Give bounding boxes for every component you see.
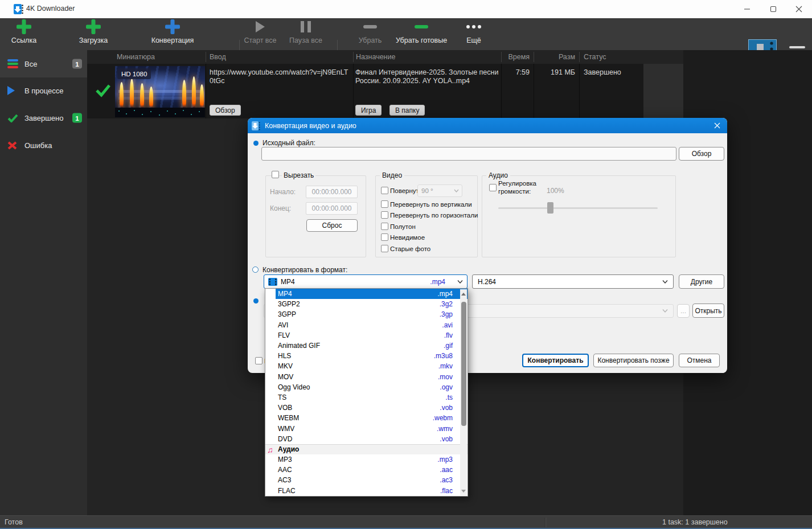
cut-reset-button[interactable]: Сброс [306,219,358,232]
add-link-button[interactable]: Ссылка [8,18,40,50]
column-header-time[interactable]: Время [484,50,530,64]
close-icon [714,122,720,129]
format-radio[interactable] [252,266,259,273]
cut-end-input[interactable]: 00:00:00.000 [306,202,358,215]
column-header-thumbnail[interactable]: Миниатюра [117,50,155,64]
row-play-button[interactable]: Игра [355,105,382,116]
column-header-input[interactable]: Ввод [210,50,226,64]
app-window: 4K Downloader Ссылка Загрузка [0,0,812,529]
open-button[interactable]: Открыть [692,304,724,318]
cut-label: Вырезать [282,171,315,179]
remove-done-button[interactable]: Убрать готовые [394,18,449,50]
codec-combo[interactable]: H.264 [472,274,674,289]
scroll-down-icon[interactable] [460,486,467,495]
convert-button[interactable]: Конвертировать [522,354,589,367]
scrollbar-thumb[interactable] [461,302,466,426]
cut-start-label: Начало: [270,188,296,196]
invisible-checkbox[interactable] [381,233,388,241]
old-photo-label: Старые фото [390,245,430,252]
format-option[interactable]: FLAC.flac [265,486,467,496]
format-option[interactable]: Ogg Video.ogv [265,382,467,392]
rotate-angle-combo[interactable]: 90 ° [417,184,462,197]
row-browse-button[interactable]: Обзор [210,105,241,116]
halftone-checkbox[interactable] [381,223,388,230]
output-bullet [253,298,259,304]
cancel-button[interactable]: Отмена [679,354,720,367]
format-option[interactable]: Animated GIF.gif [265,341,467,351]
close-icon [795,6,802,13]
output-more-button[interactable]: ... [677,304,690,318]
rotate-checkbox[interactable] [381,187,388,194]
dialog-bottom-checkbox[interactable] [255,357,263,364]
volume-checkbox[interactable] [489,184,497,191]
row-destination: Финал Интервидение-2025. Золотые песни Р… [355,68,499,85]
sidebar-item-error[interactable]: Ошибка [0,132,87,159]
scroll-up-icon[interactable] [460,289,467,298]
column-header-size[interactable]: Разм [530,50,575,64]
format-option[interactable]: FLV.flv [265,330,467,341]
dropdown-scrollbar[interactable] [460,289,467,495]
pause-all-button[interactable]: Пауза все [288,18,323,50]
sidebar-item-all[interactable]: Все 1 [0,50,87,77]
column-header-status[interactable]: Статус [584,50,606,64]
minimize-button[interactable] [734,0,760,18]
source-browse-button[interactable]: Обзор [679,147,724,161]
minus-icon [363,18,377,35]
format-combo-value: MP4 [281,278,295,286]
format-option[interactable]: MP3.mp3 [265,454,467,465]
source-bullet [253,141,259,146]
quality-badge: HD 1080 [117,68,151,79]
volume-slider-thumb[interactable] [547,202,553,214]
play-icon [256,18,265,35]
cut-start-input[interactable]: 00:00:00.000 [306,186,358,198]
sidebar-item-in-progress[interactable]: В процессе [0,77,87,104]
source-file-input[interactable] [261,147,676,161]
codec-combo-value: H.264 [478,278,496,286]
format-option[interactable]: WMV.wmv [265,423,467,433]
old-photo-checkbox[interactable] [381,245,388,252]
others-button[interactable]: Другие [679,274,724,289]
format-option[interactable]: MKV.mkv [265,361,467,371]
format-combo[interactable]: MP4 .mp4 [264,274,467,289]
start-all-button[interactable]: Старт все [244,18,277,50]
dialog-close-button[interactable] [711,121,723,130]
sidebar-item-completed[interactable]: Завершено 1 [0,104,87,132]
error-x-icon [7,141,22,150]
flip-vertical-checkbox[interactable] [381,200,388,208]
format-option[interactable]: 3GPP2.3g2 [265,299,467,309]
convert-later-button[interactable]: Конвертировать позже [593,354,674,367]
format-option[interactable]: AAC.aac [265,465,467,475]
format-option[interactable]: MP4.mp4 [276,289,467,299]
format-option[interactable]: AC3.ac3 [265,475,467,485]
dialog-title-bar[interactable]: Конвертация видео и аудио [248,118,727,133]
format-option[interactable]: WEBM.webm [265,413,467,423]
all-lists-icon [7,59,22,68]
format-option[interactable]: HLS.m3u8 [265,351,467,361]
completed-count-badge: 1 [72,113,82,123]
format-option[interactable]: AVI.avi [265,320,467,330]
row-size: 191 МБ [530,68,575,77]
volume-slider[interactable] [498,207,658,209]
flip-horizontal-checkbox[interactable] [381,211,388,219]
window-title: 4K Downloader [26,5,75,13]
remove-button[interactable]: Убрать [356,18,384,50]
more-button[interactable]: Ещё [461,18,486,50]
cut-checkbox[interactable] [272,171,279,178]
table-header: Миниатюра Ввод Назначение Время Разм Ста… [87,50,683,64]
format-option[interactable]: MOV.mov [265,372,467,382]
halftone-label: Полутон [390,223,416,230]
format-option[interactable]: DVD.vob [265,434,467,444]
all-count-badge: 1 [72,59,82,69]
row-folder-button[interactable]: В папку [389,105,425,116]
format-option[interactable]: 3GPP.3gp [265,309,467,319]
format-option[interactable]: TS.ts [265,392,467,403]
plus-icon [165,18,180,35]
add-conversion-button[interactable]: Конвертация [150,18,195,50]
download-row-tail [643,64,683,118]
close-button[interactable] [786,0,812,18]
column-header-destination[interactable]: Назначение [356,50,395,64]
maximize-button[interactable] [760,0,786,18]
format-option[interactable]: VOB.vob [265,403,467,413]
add-download-button[interactable]: Загрузка [77,18,109,50]
format-combo-ext: .mp4 [430,278,445,286]
